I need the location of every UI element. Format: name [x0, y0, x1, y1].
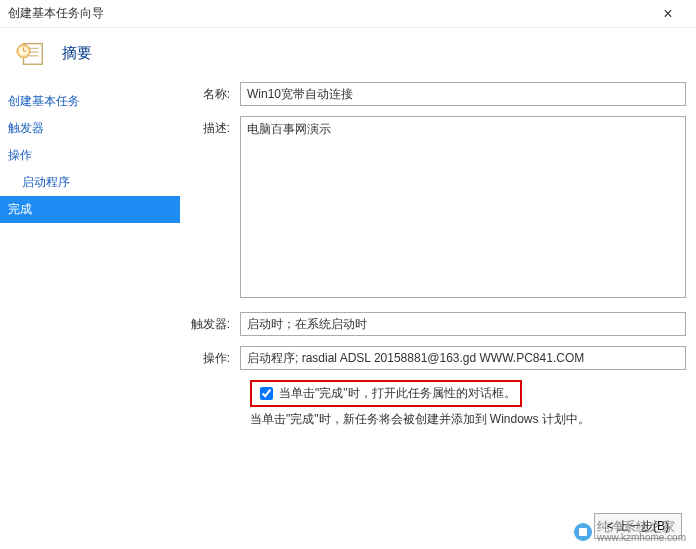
name-input[interactable] [240, 82, 686, 106]
sidebar-item-trigger[interactable]: 触发器 [0, 115, 180, 142]
summary-icon [16, 38, 46, 68]
sidebar: 创建基本任务 触发器 操作 启动程序 完成 [0, 82, 180, 492]
watermark-logo-icon [573, 522, 593, 542]
watermark: 纯净系统之家 www.kzmhome.com [573, 520, 686, 543]
desc-label: 描述: [180, 116, 240, 302]
trigger-input [240, 312, 686, 336]
svg-rect-9 [579, 528, 587, 536]
finish-note: 当单击"完成"时，新任务将会被创建并添加到 Windows 计划中。 [250, 411, 686, 428]
open-properties-checkbox[interactable] [260, 387, 273, 400]
content-area: 创建基本任务 触发器 操作 启动程序 完成 名称: 描述: 电脑百事网演示 触发… [0, 82, 696, 492]
trigger-label: 触发器: [180, 312, 240, 336]
action-label: 操作: [180, 346, 240, 370]
highlight-box: 当单击"完成"时，打开此任务属性的对话框。 [250, 380, 522, 407]
page-title: 摘要 [62, 44, 92, 63]
sidebar-item-create-task[interactable]: 创建基本任务 [0, 88, 180, 115]
desc-textarea[interactable]: 电脑百事网演示 [240, 116, 686, 298]
close-icon[interactable]: × [648, 5, 688, 23]
titlebar: 创建基本任务向导 × [0, 0, 696, 28]
action-input [240, 346, 686, 370]
sidebar-item-finish[interactable]: 完成 [0, 196, 180, 223]
checkbox-label: 当单击"完成"时，打开此任务属性的对话框。 [279, 385, 516, 402]
window-title: 创建基本任务向导 [8, 5, 648, 22]
main-panel: 名称: 描述: 电脑百事网演示 触发器: 操作: 当单 [180, 82, 696, 492]
wizard-header: 摘要 [0, 28, 696, 82]
name-label: 名称: [180, 82, 240, 106]
sidebar-item-start-program[interactable]: 启动程序 [0, 169, 180, 196]
watermark-site: www.kzmhome.com [597, 533, 686, 543]
sidebar-item-action[interactable]: 操作 [0, 142, 180, 169]
